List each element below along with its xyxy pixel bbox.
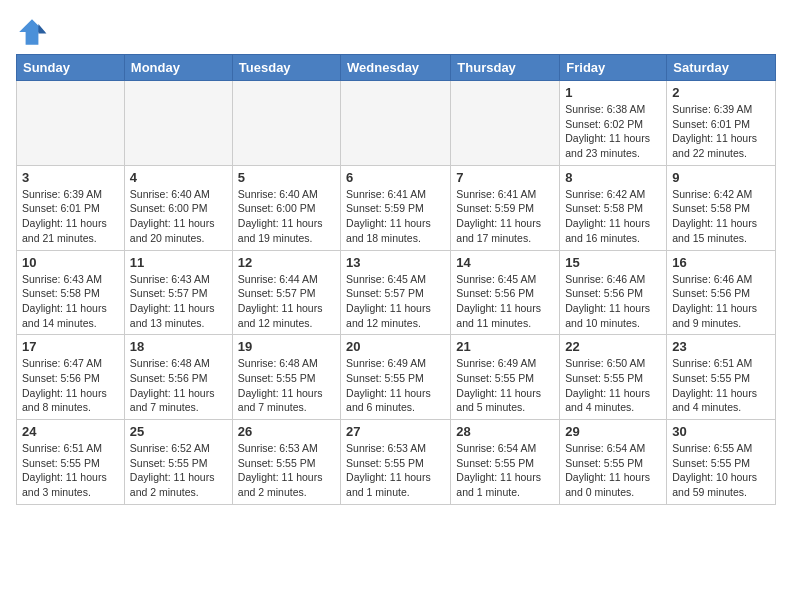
- day-info: Sunrise: 6:51 AMSunset: 5:55 PMDaylight:…: [672, 356, 770, 415]
- day-cell: 17Sunrise: 6:47 AMSunset: 5:56 PMDayligh…: [17, 335, 125, 420]
- day-cell: [451, 81, 560, 166]
- weekday-header-wednesday: Wednesday: [341, 55, 451, 81]
- weekday-header-tuesday: Tuesday: [232, 55, 340, 81]
- day-number: 19: [238, 339, 335, 354]
- day-number: 27: [346, 424, 445, 439]
- day-info: Sunrise: 6:41 AMSunset: 5:59 PMDaylight:…: [456, 187, 554, 246]
- day-info: Sunrise: 6:39 AMSunset: 6:01 PMDaylight:…: [672, 102, 770, 161]
- day-number: 13: [346, 255, 445, 270]
- day-number: 28: [456, 424, 554, 439]
- day-info: Sunrise: 6:50 AMSunset: 5:55 PMDaylight:…: [565, 356, 661, 415]
- day-info: Sunrise: 6:53 AMSunset: 5:55 PMDaylight:…: [238, 441, 335, 500]
- day-info: Sunrise: 6:45 AMSunset: 5:56 PMDaylight:…: [456, 272, 554, 331]
- day-number: 22: [565, 339, 661, 354]
- day-number: 11: [130, 255, 227, 270]
- day-number: 4: [130, 170, 227, 185]
- day-info: Sunrise: 6:53 AMSunset: 5:55 PMDaylight:…: [346, 441, 445, 500]
- day-cell: 15Sunrise: 6:46 AMSunset: 5:56 PMDayligh…: [560, 250, 667, 335]
- day-cell: 6Sunrise: 6:41 AMSunset: 5:59 PMDaylight…: [341, 165, 451, 250]
- logo-icon: [16, 16, 48, 48]
- day-info: Sunrise: 6:45 AMSunset: 5:57 PMDaylight:…: [346, 272, 445, 331]
- day-cell: 30Sunrise: 6:55 AMSunset: 5:55 PMDayligh…: [667, 420, 776, 505]
- day-cell: 8Sunrise: 6:42 AMSunset: 5:58 PMDaylight…: [560, 165, 667, 250]
- day-number: 6: [346, 170, 445, 185]
- day-cell: 28Sunrise: 6:54 AMSunset: 5:55 PMDayligh…: [451, 420, 560, 505]
- day-info: Sunrise: 6:48 AMSunset: 5:56 PMDaylight:…: [130, 356, 227, 415]
- day-info: Sunrise: 6:49 AMSunset: 5:55 PMDaylight:…: [456, 356, 554, 415]
- day-cell: 23Sunrise: 6:51 AMSunset: 5:55 PMDayligh…: [667, 335, 776, 420]
- day-info: Sunrise: 6:52 AMSunset: 5:55 PMDaylight:…: [130, 441, 227, 500]
- day-info: Sunrise: 6:39 AMSunset: 6:01 PMDaylight:…: [22, 187, 119, 246]
- day-number: 8: [565, 170, 661, 185]
- day-cell: 21Sunrise: 6:49 AMSunset: 5:55 PMDayligh…: [451, 335, 560, 420]
- weekday-header-monday: Monday: [124, 55, 232, 81]
- day-cell: [17, 81, 125, 166]
- day-number: 18: [130, 339, 227, 354]
- day-info: Sunrise: 6:44 AMSunset: 5:57 PMDaylight:…: [238, 272, 335, 331]
- day-number: 9: [672, 170, 770, 185]
- day-info: Sunrise: 6:42 AMSunset: 5:58 PMDaylight:…: [565, 187, 661, 246]
- day-number: 21: [456, 339, 554, 354]
- day-info: Sunrise: 6:48 AMSunset: 5:55 PMDaylight:…: [238, 356, 335, 415]
- day-info: Sunrise: 6:41 AMSunset: 5:59 PMDaylight:…: [346, 187, 445, 246]
- day-info: Sunrise: 6:40 AMSunset: 6:00 PMDaylight:…: [130, 187, 227, 246]
- day-info: Sunrise: 6:40 AMSunset: 6:00 PMDaylight:…: [238, 187, 335, 246]
- week-row-4: 17Sunrise: 6:47 AMSunset: 5:56 PMDayligh…: [17, 335, 776, 420]
- weekday-header-row: SundayMondayTuesdayWednesdayThursdayFrid…: [17, 55, 776, 81]
- day-info: Sunrise: 6:46 AMSunset: 5:56 PMDaylight:…: [672, 272, 770, 331]
- day-info: Sunrise: 6:51 AMSunset: 5:55 PMDaylight:…: [22, 441, 119, 500]
- day-number: 25: [130, 424, 227, 439]
- day-cell: [124, 81, 232, 166]
- day-info: Sunrise: 6:55 AMSunset: 5:55 PMDaylight:…: [672, 441, 770, 500]
- day-cell: 24Sunrise: 6:51 AMSunset: 5:55 PMDayligh…: [17, 420, 125, 505]
- day-number: 2: [672, 85, 770, 100]
- day-cell: [341, 81, 451, 166]
- day-cell: 9Sunrise: 6:42 AMSunset: 5:58 PMDaylight…: [667, 165, 776, 250]
- day-number: 5: [238, 170, 335, 185]
- svg-marker-1: [38, 24, 46, 34]
- day-number: 3: [22, 170, 119, 185]
- day-cell: 2Sunrise: 6:39 AMSunset: 6:01 PMDaylight…: [667, 81, 776, 166]
- day-info: Sunrise: 6:38 AMSunset: 6:02 PMDaylight:…: [565, 102, 661, 161]
- day-info: Sunrise: 6:54 AMSunset: 5:55 PMDaylight:…: [565, 441, 661, 500]
- day-cell: 18Sunrise: 6:48 AMSunset: 5:56 PMDayligh…: [124, 335, 232, 420]
- day-cell: 16Sunrise: 6:46 AMSunset: 5:56 PMDayligh…: [667, 250, 776, 335]
- header: [16, 16, 776, 48]
- day-number: 23: [672, 339, 770, 354]
- day-info: Sunrise: 6:49 AMSunset: 5:55 PMDaylight:…: [346, 356, 445, 415]
- day-number: 17: [22, 339, 119, 354]
- day-cell: 26Sunrise: 6:53 AMSunset: 5:55 PMDayligh…: [232, 420, 340, 505]
- day-cell: 10Sunrise: 6:43 AMSunset: 5:58 PMDayligh…: [17, 250, 125, 335]
- page: SundayMondayTuesdayWednesdayThursdayFrid…: [0, 0, 792, 515]
- day-info: Sunrise: 6:46 AMSunset: 5:56 PMDaylight:…: [565, 272, 661, 331]
- day-number: 26: [238, 424, 335, 439]
- day-number: 15: [565, 255, 661, 270]
- day-cell: 22Sunrise: 6:50 AMSunset: 5:55 PMDayligh…: [560, 335, 667, 420]
- day-number: 20: [346, 339, 445, 354]
- day-cell: 29Sunrise: 6:54 AMSunset: 5:55 PMDayligh…: [560, 420, 667, 505]
- day-info: Sunrise: 6:47 AMSunset: 5:56 PMDaylight:…: [22, 356, 119, 415]
- day-cell: 14Sunrise: 6:45 AMSunset: 5:56 PMDayligh…: [451, 250, 560, 335]
- day-number: 1: [565, 85, 661, 100]
- week-row-1: 1Sunrise: 6:38 AMSunset: 6:02 PMDaylight…: [17, 81, 776, 166]
- day-cell: 19Sunrise: 6:48 AMSunset: 5:55 PMDayligh…: [232, 335, 340, 420]
- day-info: Sunrise: 6:43 AMSunset: 5:58 PMDaylight:…: [22, 272, 119, 331]
- day-number: 24: [22, 424, 119, 439]
- day-cell: 20Sunrise: 6:49 AMSunset: 5:55 PMDayligh…: [341, 335, 451, 420]
- day-cell: 11Sunrise: 6:43 AMSunset: 5:57 PMDayligh…: [124, 250, 232, 335]
- weekday-header-thursday: Thursday: [451, 55, 560, 81]
- day-cell: 27Sunrise: 6:53 AMSunset: 5:55 PMDayligh…: [341, 420, 451, 505]
- weekday-header-sunday: Sunday: [17, 55, 125, 81]
- week-row-3: 10Sunrise: 6:43 AMSunset: 5:58 PMDayligh…: [17, 250, 776, 335]
- day-number: 12: [238, 255, 335, 270]
- day-number: 16: [672, 255, 770, 270]
- day-info: Sunrise: 6:54 AMSunset: 5:55 PMDaylight:…: [456, 441, 554, 500]
- weekday-header-friday: Friday: [560, 55, 667, 81]
- day-cell: 4Sunrise: 6:40 AMSunset: 6:00 PMDaylight…: [124, 165, 232, 250]
- week-row-2: 3Sunrise: 6:39 AMSunset: 6:01 PMDaylight…: [17, 165, 776, 250]
- day-number: 7: [456, 170, 554, 185]
- day-cell: 3Sunrise: 6:39 AMSunset: 6:01 PMDaylight…: [17, 165, 125, 250]
- day-cell: 12Sunrise: 6:44 AMSunset: 5:57 PMDayligh…: [232, 250, 340, 335]
- day-cell: 7Sunrise: 6:41 AMSunset: 5:59 PMDaylight…: [451, 165, 560, 250]
- day-cell: 13Sunrise: 6:45 AMSunset: 5:57 PMDayligh…: [341, 250, 451, 335]
